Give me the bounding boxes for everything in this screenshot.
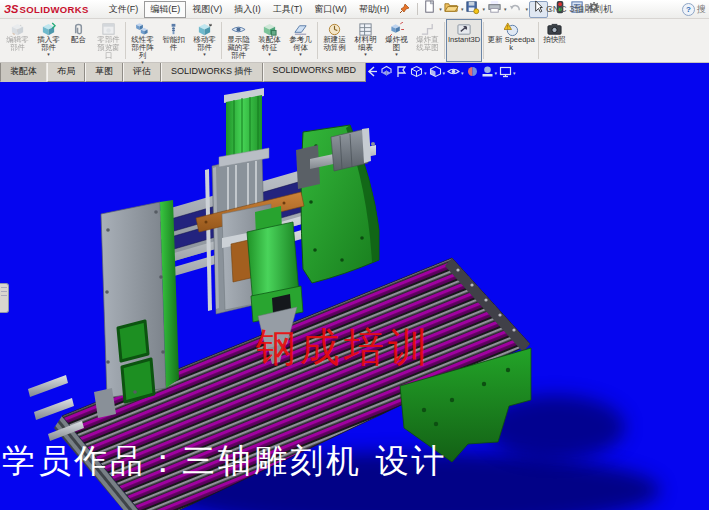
dassault-logo-mark: ЗS — [4, 3, 18, 15]
ribbon-button-preview-window: 零部件预览窗口 — [93, 19, 124, 62]
menu-插入I[interactable]: 插入(I) — [228, 1, 267, 18]
ribbon-group: Instant3D — [446, 19, 482, 62]
ribbon-button-label: 配合 — [71, 36, 86, 44]
feature-panel-collapsed-tab[interactable] — [0, 283, 9, 313]
document-tab-strip: 装配体布局草图评估SOLIDWORKS 插件SOLIDWORKS MBD — [0, 62, 366, 82]
dropdown-caret-icon[interactable]: ▾ — [461, 6, 464, 12]
ribbon-group: 编辑零部件插入零部件▾配合零部件预览窗口 — [2, 19, 124, 62]
menu-窗口W[interactable]: 窗口(W) — [308, 1, 353, 18]
tab-草图[interactable]: 草图 — [85, 62, 123, 82]
save-button[interactable] — [464, 2, 481, 17]
new-document-button[interactable] — [421, 2, 438, 17]
ribbon-button-label: 零部件预览窗口 — [95, 36, 122, 60]
view-orientation-button[interactable]: ▾ — [410, 64, 427, 82]
ribbon-button-label: 参考几何体 — [287, 36, 314, 52]
motion-study-icon — [327, 22, 342, 36]
ribbon-button-exploded-view[interactable]: 爆炸视图▾ — [381, 19, 412, 62]
menu-bar: 文件(F)编辑(E)视图(V)插入(I)工具(T)窗口(W)帮助(H) — [103, 1, 396, 18]
title-bar: ЗS SOLIDWORKS 文件(F)编辑(E)视图(V)插入(I)工具(T)窗… — [0, 0, 709, 19]
ribbon-button-label: 线性零部件阵列 — [129, 36, 156, 60]
menu-视图V[interactable]: 视图(V) — [186, 1, 228, 18]
tab-装配体[interactable]: 装配体 — [0, 62, 47, 82]
dropdown-caret-icon[interactable]: ▾ — [268, 52, 271, 57]
pin-icon[interactable] — [399, 0, 410, 18]
ribbon-button-label: 新建运动算例 — [321, 36, 348, 52]
previous-view-button[interactable] — [365, 64, 378, 82]
tab-布局[interactable]: 布局 — [47, 62, 85, 82]
ribbon-button-label: 拍快照 — [543, 36, 566, 44]
tab-solidworks-mbd[interactable]: SOLIDWORKS MBD — [263, 62, 367, 82]
graphics-viewport[interactable]: 装配体布局草图评估SOLIDWORKS 插件SOLIDWORKS MBD ▾▾▾… — [0, 62, 709, 510]
ribbon-button-instant3d[interactable]: Instant3D — [446, 19, 482, 62]
print-button[interactable] — [486, 2, 503, 17]
section-view-icon — [380, 64, 393, 82]
ribbon-button-label: 爆炸视图 — [383, 36, 410, 52]
dropdown-caret-icon[interactable]: ▾ — [439, 6, 442, 12]
ribbon-button-label: 插入零部件 — [35, 36, 62, 52]
exploded-view-icon — [389, 22, 404, 36]
ribbon-button-assembly-features[interactable]: 装配体特征▾ — [254, 19, 285, 62]
ribbon-button-linear-pattern[interactable]: 线性零部件阵列▾ — [127, 19, 158, 62]
ribbon-group: !更新 Speedpak — [485, 19, 537, 62]
assembly-features-icon — [262, 22, 277, 36]
ribbon-button-update-speedpak[interactable]: !更新 Speedpak — [485, 19, 537, 62]
menu-工具T[interactable]: 工具(T) — [267, 1, 309, 18]
view-settings-button[interactable]: ▾ — [499, 64, 516, 82]
ribbon-button-label: 编辑零部件 — [4, 36, 31, 52]
menu-文件F[interactable]: 文件(F) — [103, 1, 145, 18]
brand-name: SOLIDWORKS — [19, 4, 88, 15]
dropdown-caret-icon[interactable]: ▾ — [47, 52, 50, 57]
ribbon-button-smart-fasteners[interactable]: 智能扣件 — [158, 19, 189, 62]
dropdown-caret-icon[interactable]: ▾ — [525, 6, 528, 12]
dropdown-caret-icon[interactable]: ▾ — [443, 70, 446, 76]
ribbon-button-snapshot[interactable]: 拍快照 — [540, 19, 569, 62]
ribbon-button-insert-component[interactable]: 插入零部件▾ — [33, 19, 64, 62]
undo-button — [507, 2, 524, 17]
ribbon-group-separator — [444, 22, 445, 59]
menu-帮助H[interactable]: 帮助(H) — [353, 1, 396, 18]
help-icon[interactable]: ? — [682, 3, 695, 16]
section-view-button[interactable] — [380, 64, 393, 82]
new-document-icon — [422, 0, 437, 19]
linear-pattern-icon — [135, 22, 150, 36]
dropdown-caret-icon[interactable]: ▾ — [504, 6, 507, 12]
menu-编辑E[interactable]: 编辑(E) — [144, 1, 186, 18]
save-icon — [465, 0, 480, 19]
ribbon-button-reference-geometry[interactable]: 参考几何体▾ — [285, 19, 316, 62]
ribbon-button-hide-show-components[interactable]: 显示隐藏的零部件 — [223, 19, 254, 62]
solidworks-logo: ЗS SOLIDWORKS — [4, 3, 89, 15]
ribbon-button-label: 移动零部件 — [191, 36, 218, 52]
annotation-view-button[interactable] — [395, 64, 408, 82]
dropdown-caret-icon[interactable]: ▾ — [461, 70, 464, 76]
hide-show-items-icon — [447, 64, 460, 82]
command-ribbon: 编辑零部件插入零部件▾配合零部件预览窗口线性零部件阵列▾智能扣件移动零部件▾显示… — [0, 19, 709, 63]
apply-scene-button[interactable]: ▾ — [481, 64, 498, 82]
dropdown-caret-icon[interactable]: ▾ — [424, 70, 427, 76]
ribbon-group-separator — [221, 22, 222, 59]
dropdown-caret-icon[interactable]: ▾ — [203, 52, 206, 57]
tab-评估[interactable]: 评估 — [123, 62, 161, 82]
ribbon-button-motion-study[interactable]: 新建运动算例 — [319, 19, 350, 62]
ribbon-button-mate[interactable]: 配合 — [64, 19, 93, 62]
open-folder-button[interactable] — [443, 2, 460, 17]
edit-appearance-button[interactable] — [466, 64, 479, 82]
dropdown-caret-icon[interactable]: ▾ — [364, 52, 367, 57]
hide-show-items-button[interactable]: ▾ — [447, 64, 464, 82]
update-speedpak-icon: ! — [504, 22, 519, 36]
ribbon-button-move-component[interactable]: 移动零部件▾ — [189, 19, 220, 62]
move-component-icon — [197, 22, 212, 36]
dropdown-caret-icon[interactable]: ▾ — [299, 52, 302, 57]
ribbon-group: 显示隐藏的零部件装配体特征▾参考几何体▾ — [223, 19, 316, 62]
view-orientation-icon — [410, 64, 423, 82]
dropdown-caret-icon[interactable]: ▾ — [482, 6, 485, 12]
dropdown-caret-icon[interactable]: ▾ — [141, 60, 144, 65]
print-icon — [487, 0, 502, 19]
tab-solidworks-插件[interactable]: SOLIDWORKS 插件 — [161, 62, 263, 82]
dropdown-caret-icon[interactable]: ▾ — [495, 70, 498, 76]
display-style-button[interactable]: ▾ — [429, 64, 446, 82]
document-title: CNC 3轴雕刻机 — [546, 3, 613, 16]
ribbon-button-bill-of-materials[interactable]: 材料明细表▾ — [350, 19, 381, 62]
dropdown-caret-icon[interactable]: ▾ — [395, 52, 398, 57]
toolbar-separator — [417, 3, 418, 15]
dropdown-caret-icon[interactable]: ▾ — [513, 70, 516, 76]
